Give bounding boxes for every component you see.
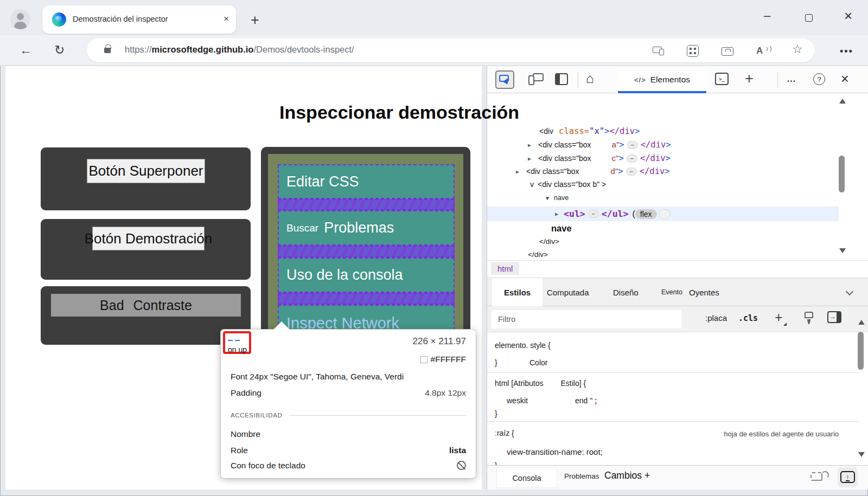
tab-event-listeners[interactable]: Oyentes (689, 278, 719, 306)
scroll-down-icon[interactable] (839, 248, 846, 253)
scroll-up-icon[interactable] (858, 320, 865, 325)
workspaces-icon[interactable] (722, 47, 733, 56)
tab-event-listeners[interactable]: Evento (661, 278, 682, 306)
address-bar[interactable]: https://microsoftedge.github.io/Demos/de… (87, 38, 815, 62)
hover-state-toggle[interactable]: :placa (705, 313, 727, 323)
overlay-button[interactable]: Botón Superponer (87, 159, 205, 183)
rule-view-transition[interactable]: view-transition-name: root; (507, 447, 603, 456)
console-panel-icon[interactable]: >_ (715, 73, 729, 85)
dock-side-button[interactable] (555, 73, 568, 85)
divider (777, 72, 778, 88)
demo-button[interactable]: Botón Demostración (92, 227, 205, 250)
window-maximize-button[interactable] (805, 14, 813, 22)
rule-root-selector[interactable]: :raíz { (495, 429, 514, 437)
bad-contrast-button[interactable]: BadContraste (51, 294, 241, 317)
dom-tree-row[interactable]: </div> (528, 250, 548, 259)
restart-frame-icon[interactable] (810, 472, 822, 481)
dom-node-segment: <div class="box b" > (538, 180, 606, 189)
tab-bar: Demostración del inspector × + – × (0, 0, 868, 35)
dom-tree-row[interactable]: <divclass="x"></div> (539, 126, 640, 136)
button-container-3: BadContraste (41, 286, 251, 345)
drawer-tab-console[interactable]: Consola (497, 468, 557, 487)
dom-tree-row[interactable]: ▶<div class="boxc">⋯</div> (528, 153, 671, 163)
browser-tab[interactable]: Demostración del inspector × (42, 5, 236, 34)
rule-html-selector[interactable]: html [AtributosEstilo] { (495, 379, 586, 388)
devtools-close-icon[interactable]: × (841, 71, 849, 87)
flex-gap-overlay (278, 199, 455, 210)
computed-shortcut-icon[interactable]: → (827, 311, 841, 323)
scrollbar-thumb[interactable] (858, 332, 864, 370)
new-style-rule-button[interactable]: + (775, 310, 783, 325)
drawer-tab-label: Consola (512, 474, 541, 482)
device-emulation-button[interactable] (528, 73, 545, 86)
dom-node-segment: ⋯ (627, 154, 637, 163)
send-to-devices-icon[interactable] (653, 44, 667, 58)
dom-node-segment: d" (611, 166, 618, 176)
apps-icon[interactable] (687, 45, 699, 57)
inspect-element-button[interactable] (495, 70, 514, 89)
styles-scrollbar[interactable] (857, 310, 866, 465)
styles-tab-bar: Estilos Computada Diseño Evento Oyentes (487, 278, 868, 306)
up-arrow-icon: ↑ (846, 473, 850, 481)
profile-avatar[interactable] (10, 9, 30, 29)
dom-tree-row[interactable]: ▶<div class="boxa">⋯</div> (528, 140, 671, 150)
drawer-tab-issues[interactable]: Problemas (564, 472, 599, 480)
dom-tree-row[interactable]: ▶<div class="boxd">⋯</div> (516, 166, 670, 176)
padding-label: Padding (231, 388, 261, 398)
tab-elements[interactable]: </> Elementos (617, 66, 707, 93)
tab-layout[interactable]: Diseño (613, 278, 639, 306)
breadcrumb-item-html[interactable]: html (491, 262, 519, 275)
url-text[interactable]: https://microsoftedge.github.io/Demos/de… (125, 44, 354, 55)
divider (578, 72, 578, 88)
role-label: Role (231, 446, 248, 455)
edge-logo-icon (52, 12, 66, 27)
paintbrush-icon[interactable] (805, 312, 813, 318)
dom-node-segment: <div class="box (538, 154, 591, 163)
styles-filter-bar: :placa .cls + → (487, 306, 868, 332)
nav-item-edit-css[interactable]: Editar CSS (278, 164, 455, 199)
window-close-button[interactable]: × (844, 8, 852, 24)
dom-tree-row[interactable]: nave (551, 223, 572, 234)
nav-item-find-issues[interactable]: BuscarProblemas (278, 210, 455, 246)
window-minimize-button[interactable]: – (764, 9, 770, 23)
dom-node-segment: <div class="box (538, 140, 591, 149)
class-toggle[interactable]: .cls (738, 313, 758, 323)
element-dash-icon (235, 340, 240, 341)
dom-node-segment: </div (609, 126, 635, 136)
dom-tree-row[interactable]: ▶<ul>⋯</ul>(flex (487, 207, 839, 221)
drawer-tab-changes[interactable]: Cambios + (604, 470, 650, 481)
back-button[interactable]: ← (20, 43, 32, 57)
element-dimensions: 226 × 211.97 (413, 336, 466, 347)
scroll-up-icon[interactable] (839, 99, 846, 104)
dom-scrollbar[interactable] (838, 93, 847, 260)
selector-text: Estilo] { (560, 379, 586, 388)
rule-element-style-open[interactable]: elemento. style { (495, 341, 551, 350)
tab-close-icon[interactable]: × (219, 12, 233, 26)
dom-node-segment: </div> (539, 237, 559, 246)
read-aloud-icon[interactable]: A (756, 46, 770, 60)
chevron-down-icon[interactable] (846, 288, 853, 295)
dom-tree-row[interactable]: </div> (539, 237, 559, 246)
tab-styles[interactable]: Estilos (492, 278, 542, 306)
not-allowed-icon (457, 461, 466, 470)
refresh-button[interactable]: ↻ (54, 43, 65, 57)
dom-node-segment: </ul> (602, 209, 629, 219)
new-tab-button[interactable]: + (251, 12, 259, 29)
add-panel-button[interactable]: + (745, 70, 754, 87)
favorites-star-icon[interactable]: ☆ (792, 42, 806, 56)
export-button-background[interactable]: ↑ (838, 467, 858, 487)
inspect-tooltip: on up 226 × 211.97 #FFFFFF Font 24px "Se… (221, 330, 476, 478)
more-options-icon[interactable]: … (787, 74, 796, 85)
home-icon[interactable]: ⌂ (586, 70, 594, 86)
scroll-down-icon[interactable] (858, 452, 865, 457)
rule-property[interactable]: weskit (507, 396, 528, 405)
avatar-person-icon (14, 22, 27, 29)
dom-tree-row[interactable]: v<div class="box b" > (530, 180, 606, 189)
styles-filter-input[interactable] (492, 310, 681, 328)
settings-menu-icon[interactable]: ••• (840, 46, 853, 57)
help-icon[interactable]: ? (813, 73, 825, 85)
scrollbar-thumb[interactable] (839, 156, 845, 192)
tab-computed[interactable]: Computada (547, 278, 589, 306)
nav-item-console[interactable]: Uso de la consola (278, 257, 455, 293)
dom-tree-row[interactable]: ▼nave (546, 194, 569, 202)
